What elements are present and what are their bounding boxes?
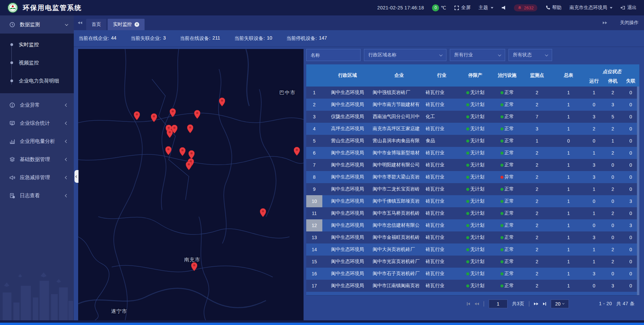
close-operations-button[interactable]: 关闭操作	[620, 20, 639, 26]
cell-halt: 3	[603, 99, 622, 111]
table-row[interactable]: 12阆中生态环境局阆中市忠信建材有限公砖瓦行业无计划正常21003	[306, 219, 639, 231]
table-row[interactable]: 7阆中生态环境局阆中明阳建材有限公司砖瓦行业无计划正常21300	[306, 159, 639, 171]
notification-badge[interactable]: 2632	[514, 4, 537, 11]
map-pin[interactable]	[260, 208, 266, 217]
table-row[interactable]: 15阆中生态环境局阆中市光富页岩机砖厂砖瓦行业无计划正常21120	[306, 256, 639, 268]
cell-company: 西南油气田分公司川中	[373, 111, 426, 123]
row-index-cell: 14	[306, 243, 322, 256]
cell-region: 高坪生态环境局	[322, 123, 373, 135]
sidebar-item-enterprise-anomaly[interactable]: 企业异常	[0, 96, 74, 114]
cell-meters: 1	[552, 243, 585, 256]
sidebar-item-video-monitor[interactable]: 视频监控	[0, 54, 74, 72]
theme-label: 主题	[479, 5, 488, 11]
map-pin[interactable]	[219, 98, 225, 106]
chevron-left-icon	[65, 121, 68, 125]
industry-filter-select[interactable]: 所有行业	[450, 49, 505, 61]
status-dot-icon	[500, 260, 503, 263]
page-number-input[interactable]: 1	[489, 300, 507, 308]
map-panel[interactable]: 巴中市南充市遂宁市	[78, 49, 304, 320]
map-pin[interactable]	[186, 161, 192, 170]
map-pin[interactable]	[170, 108, 176, 117]
cell-points: 1	[522, 135, 552, 147]
stat-online-devices: 当前在线设备: 211	[180, 35, 220, 42]
sidebar-item-emergency-reduction[interactable]: 应急减排管理	[0, 168, 74, 186]
map-pin[interactable]	[179, 147, 185, 156]
table-row[interactable]: 16阆中生态环境局阆中市石子页岩机砖厂砖瓦行业无计划正常21300	[306, 268, 639, 280]
chevron-left-icon	[65, 194, 68, 197]
table-row[interactable]: 11阆中生态环境局阆中市五马桥页岩机砖砖瓦行业无计划正常21120	[306, 207, 639, 219]
map-pin[interactable]	[191, 262, 197, 271]
map-pin[interactable]	[151, 113, 157, 122]
map-pin[interactable]	[189, 150, 195, 159]
cell-stop-status: 无计划	[458, 183, 493, 195]
map-pin[interactable]	[165, 146, 171, 155]
prev-page-button[interactable]	[475, 303, 479, 305]
map-pin[interactable]	[167, 129, 173, 138]
map-pin[interactable]	[187, 124, 193, 133]
table-row[interactable]: 2阆中生态环境局阆中市南方节能建材有砖瓦行业无计划正常21030	[306, 99, 639, 111]
sidebar-item-base-data[interactable]: 基础数据管理	[0, 150, 74, 168]
sidebar-item-power-load-detail[interactable]: 企业电力负荷明细	[0, 72, 74, 90]
col-industry: 行业	[426, 64, 458, 87]
name-filter-input[interactable]	[306, 49, 361, 61]
tabs-scroll-left-button[interactable]	[74, 15, 86, 30]
tab-home[interactable]: 首页	[86, 19, 106, 30]
cell-meters: 1	[552, 111, 585, 123]
sidebar-collapse-handle[interactable]	[74, 170, 78, 183]
status-dot-icon	[466, 115, 469, 118]
map-pin[interactable]	[294, 147, 300, 156]
table-row[interactable]: 8阆中生态环境局阆中市枣碧大梁山页岩砖瓦行业无计划异常21300	[306, 171, 639, 183]
table-scrollbar[interactable]	[637, 87, 639, 295]
sidebar-item-data-monitoring[interactable]: 数据监测	[0, 15, 74, 34]
chevron-down-icon	[65, 22, 68, 26]
table-row[interactable]: 17阆中生态环境局阆中市江南镇阆南页岩砖瓦行业无计划正常21030	[306, 280, 639, 292]
table-row[interactable]: 13阆中生态环境局阆中市金福旺页岩机砖砖瓦行业无计划正常21300	[306, 231, 639, 243]
fullscreen-button[interactable]: 全屏	[454, 5, 471, 11]
table-row[interactable]: 1阆中生态环境局阆中强锐页岩砖厂砖瓦行业无计划正常21120	[306, 87, 639, 99]
tab-realtime-monitor[interactable]: 实时监控	[108, 19, 145, 30]
page-size-select[interactable]: 20	[551, 300, 569, 308]
org-dropdown[interactable]: 南充市生态环境局	[570, 5, 612, 11]
col-region: 行政区域	[322, 64, 373, 87]
tabbar: 首页 实时监控 关闭操作	[74, 15, 644, 30]
region-filter-select[interactable]: 行政区域名称	[364, 49, 446, 61]
table-row[interactable]: 3仪陇生态环境局西南油气田分公司川中化工无计划正常71350	[306, 111, 639, 123]
cell-company: 阆中市南方节能建材有	[373, 99, 426, 111]
cell-facility-status: 正常	[493, 207, 522, 219]
status-filter-select[interactable]: 所有状态	[508, 49, 552, 61]
map-pin[interactable]	[134, 111, 140, 120]
table-row[interactable]: 6阆中生态环境局阆中市金博瑞新型墙材砖瓦行业无计划正常21120	[306, 147, 639, 159]
tabs-scroll-right-button[interactable]	[599, 15, 611, 30]
theme-dropdown[interactable]: 主题	[479, 5, 493, 11]
cell-stop-status: 无计划	[458, 87, 493, 99]
table-row[interactable]: 4高坪生态环境局南充市高坪区王家店建砖瓦行业无计划正常31220	[306, 123, 639, 135]
table-row[interactable]: 9阆中生态环境局阆中市二龙长宝页岩砖砖瓦行业无计划正常21120	[306, 183, 639, 195]
help-button[interactable]: 帮助	[545, 5, 561, 11]
table-panel: 行政区域名称 所有行业 所有状态 行政区域	[306, 49, 639, 320]
table-row[interactable]: 18南部生态环境局南部县弘华山河有限公砖瓦行业无计划正常21030	[306, 292, 639, 295]
cell-points: 2	[522, 171, 552, 183]
table-row[interactable]: 14阆中生态环境局阆中大兴页岩机砖厂砖瓦行业无计划正常21120	[306, 243, 639, 256]
row-index-cell: 15	[306, 256, 322, 268]
mute-button[interactable]	[501, 5, 506, 10]
sidebar-item-realtime-monitor[interactable]: 实时监控	[0, 36, 74, 54]
cell-facility-status: 正常	[493, 268, 522, 280]
cell-industry: 砖瓦行业	[426, 280, 458, 292]
sidebar-item-logs[interactable]: 日志查看	[0, 186, 74, 205]
close-icon[interactable]	[135, 22, 139, 27]
sidebar-item-power-analysis[interactable]: 企业用电量分析	[0, 132, 74, 150]
first-page-button[interactable]	[467, 302, 470, 306]
logout-button[interactable]: 退出	[621, 5, 637, 11]
app-logo-icon	[7, 2, 18, 13]
table-row[interactable]: 5营山生态环境局营山县润丰肉食品有限食品无计划正常10010	[306, 135, 639, 147]
content-area: 当前在线企业: 44 当前失联企业: 3 当前在线设备: 211 当前失联设备:…	[74, 30, 644, 320]
map-pin[interactable]	[194, 110, 200, 119]
exit-icon	[621, 5, 625, 10]
sidebar-item-enterprise-stats[interactable]: 企业综合统计	[0, 114, 74, 132]
last-page-button[interactable]	[543, 302, 546, 306]
next-page-button[interactable]	[534, 303, 538, 305]
fullscreen-label: 全屏	[461, 5, 471, 11]
cell-points: 2	[522, 256, 552, 268]
cell-halt: 2	[603, 256, 622, 268]
table-row[interactable]: 10阆中生态环境局阆中千佛镇五郎垭页岩砖瓦行业无计划正常21003	[306, 195, 639, 207]
